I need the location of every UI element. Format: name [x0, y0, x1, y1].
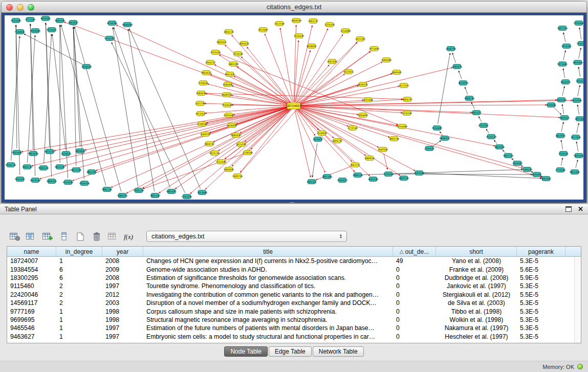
network-node[interactable]: 1770344 [555, 168, 566, 172]
network-node[interactable]: 9699695 [40, 16, 51, 21]
network-node[interactable]: 1549343 [378, 147, 388, 152]
table-row[interactable]: 1456911722003Disruption of a novel membe… [7, 299, 581, 307]
network-node[interactable]: 1895421 [239, 41, 250, 46]
network-node[interactable]: 9461214 [503, 154, 514, 158]
network-node[interactable]: 1089615 [364, 156, 375, 161]
network-node[interactable]: 1861034 [494, 145, 505, 149]
network-node[interactable]: 9861034 [28, 151, 39, 156]
network-node[interactable]: 1912007 [258, 28, 269, 32]
network-node[interactable]: 1485074 [452, 64, 463, 69]
network-node[interactable]: 1549432 [424, 146, 435, 151]
table-row[interactable]: 911546021997Tourette syndrome. Phenomeno… [7, 282, 581, 290]
network-node[interactable]: 2092134 [399, 176, 409, 181]
network-node[interactable]: 1151446 [216, 160, 227, 164]
table-row[interactable]: 946362711997Embryonic stem cells: a mode… [7, 333, 581, 341]
network-node[interactable]: 1589754 [232, 174, 243, 179]
network-node[interactable]: 9021134 [557, 26, 568, 31]
window-titlebar[interactable]: citations_edges.txt [2, 2, 586, 13]
network-node[interactable]: 1225410 [210, 50, 221, 55]
network-node[interactable]: 9103404 [12, 150, 23, 155]
network-node[interactable]: 1088134 [464, 96, 475, 101]
network-node[interactable]: 1669059 [291, 18, 302, 23]
table-row[interactable]: 977716911998Corpus callosum shape and si… [7, 307, 581, 315]
network-node[interactable]: 1974341 [561, 44, 572, 49]
network-node[interactable]: 1526814 [61, 151, 72, 156]
network-node[interactable]: 7613444 [197, 190, 208, 195]
network-node[interactable]: 9156245 [222, 103, 233, 107]
network-node[interactable]: 1518455 [317, 131, 328, 135]
network-node[interactable]: 9762544 [224, 113, 234, 118]
network-node[interactable]: 1746134 [522, 167, 533, 172]
network-node[interactable]: 2204093 [358, 113, 368, 118]
network-node[interactable]: 9868323 [47, 179, 57, 184]
network-node[interactable]: 1584932 [196, 91, 207, 96]
table-row[interactable]: 1830029562008Estimation of significance … [7, 274, 581, 282]
network-node[interactable]: 1748508 [197, 122, 208, 126]
network-node[interactable]: 1225434 [324, 23, 335, 27]
table-row[interactable]: 2242004622012Investigating the contribut… [7, 291, 581, 299]
network-node[interactable]: 1604747 [402, 97, 413, 102]
network-node[interactable]: 1772142 [347, 126, 358, 130]
network-node[interactable]: 1604742 [204, 142, 215, 146]
network-node[interactable]: 1895754 [389, 137, 400, 141]
network-node[interactable]: 8104134 [6, 163, 16, 167]
column-header-year[interactable]: year [102, 247, 143, 256]
network-node[interactable]: 1511542 [274, 21, 285, 26]
network-node[interactable]: 9273441 [557, 62, 568, 67]
table-source-dropdown[interactable]: citations_edges.txt ▲▼ [146, 231, 347, 242]
close-panel-icon[interactable]: ✕ [578, 206, 583, 212]
network-node[interactable]: 9224134 [577, 41, 583, 46]
network-node[interactable]: 1443410 [556, 98, 567, 102]
network-node[interactable]: 9249804 [30, 29, 41, 33]
network-node[interactable]: 9253251 [15, 177, 26, 182]
network-node[interactable]: 1092452 [541, 177, 552, 181]
column-header-title[interactable]: title [143, 247, 393, 256]
network-node[interactable]: 1092450 [414, 171, 425, 176]
network-node[interactable]: 1485083 [381, 58, 392, 62]
network-node[interactable]: 9245012 [337, 178, 348, 183]
delete-table-icon[interactable] [89, 230, 104, 243]
network-node[interactable]: 9193444 [574, 21, 583, 26]
network-node[interactable]: 9034234 [79, 181, 90, 186]
network-node[interactable]: 1089695 [224, 167, 234, 172]
network-node[interactable]: 1549312 [200, 132, 211, 137]
network-node[interactable]: 1602611 [216, 40, 227, 45]
network-node[interactable]: 9861456 [570, 170, 580, 174]
network-hub-node[interactable]: 18724007 [286, 103, 302, 109]
network-node[interactable]: 2520653 [75, 149, 86, 154]
network-node[interactable]: 1154808 [340, 29, 351, 33]
network-node[interactable]: 1961127 [308, 19, 319, 24]
network-node[interactable]: 1763454 [383, 172, 394, 177]
tab-node-table[interactable]: Node Table [224, 346, 268, 357]
network-node[interactable]: 8134104 [107, 21, 118, 26]
network-node[interactable]: 9861134 [102, 187, 113, 192]
network-node[interactable]: 8423144 [30, 178, 41, 183]
network-node[interactable]: 1681209 [228, 62, 239, 67]
network-node[interactable]: 1559581 [546, 103, 557, 107]
network-node[interactable]: 1043413 [560, 80, 571, 84]
network-node[interactable]: 9465546 [55, 18, 66, 23]
network-node[interactable]: 9146041 [15, 30, 26, 34]
network-node[interactable]: 9463627 [68, 20, 79, 25]
float-panel-icon[interactable] [565, 206, 572, 212]
network-node[interactable]: 1945213 [205, 60, 216, 65]
network-node[interactable]: 1647211 [350, 163, 361, 167]
network-node[interactable]: 2630050 [81, 64, 92, 69]
show-columns-icon[interactable] [24, 230, 39, 243]
network-node[interactable]: 9015139 [55, 165, 66, 169]
network-node[interactable]: 9824501 [532, 172, 542, 177]
network-node[interactable]: 1221798 [195, 101, 206, 106]
network-node[interactable]: 7905134 [22, 165, 33, 169]
column-header-short[interactable]: short [436, 247, 517, 256]
network-node[interactable]: 1758344 [243, 150, 253, 155]
network-node[interactable]: 9861077 [471, 111, 482, 115]
network-node[interactable]: 1561234 [368, 177, 379, 182]
import-table-icon[interactable] [105, 230, 121, 243]
network-node[interactable]: 1047427 [225, 72, 235, 77]
network-node[interactable]: 1154469 [397, 124, 408, 129]
network-node[interactable]: 1221397 [355, 37, 366, 41]
new-document-icon[interactable] [73, 230, 88, 243]
column-header-pagerank[interactable]: pagerank [517, 247, 565, 256]
network-node[interactable]: 1851304 [322, 174, 333, 179]
network-node[interactable]: 1077034 [571, 135, 581, 140]
